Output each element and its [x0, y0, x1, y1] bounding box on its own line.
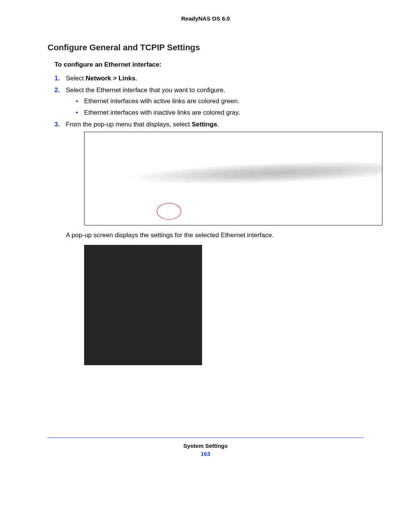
figure-caption-text: A pop-up screen displays the settings fo…	[66, 230, 363, 240]
section-title: Configure General and TCPIP Settings	[48, 43, 363, 53]
step-2: 2. Select the Ethernet interface that yo…	[54, 85, 363, 118]
page-footer: System Settings 163	[48, 438, 363, 457]
screenshot-figure-2	[84, 245, 202, 365]
document-page: ReadyNAS OS 6.0 Configure General and TC…	[0, 0, 411, 468]
step-number: 2.	[54, 85, 60, 95]
procedure-lead-in: To configure an Ethernet interface:	[54, 61, 363, 69]
step-2-bullets: Ethernet interfaces with active links ar…	[66, 96, 363, 117]
bullet-item: Ethernet interfaces with active links ar…	[76, 96, 363, 106]
step-text: From the pop-up menu that displays, sele…	[66, 121, 219, 128]
step-number: 1.	[54, 73, 60, 83]
header-product-title: ReadyNAS OS 6.0	[48, 15, 363, 22]
footer-divider	[48, 438, 363, 438]
screenshot-figure-1	[84, 132, 382, 225]
figure-shadow	[130, 158, 382, 194]
step-3: 3. From the pop-up menu that displays, s…	[54, 119, 363, 365]
bullet-item: Ethernet interfaces with inactive links …	[76, 107, 363, 118]
callout-oval-icon	[157, 203, 181, 220]
step-text: Select the Ethernet interface that you w…	[66, 86, 225, 94]
footer-page-number: 163	[48, 451, 363, 457]
procedure-steps: 1. Select Network > Links. 2. Select the…	[48, 73, 363, 365]
footer-chapter: System Settings	[48, 443, 363, 449]
step-number: 3.	[54, 119, 60, 129]
step-text: Select Network > Links.	[66, 75, 137, 82]
step-1: 1. Select Network > Links.	[54, 73, 363, 83]
